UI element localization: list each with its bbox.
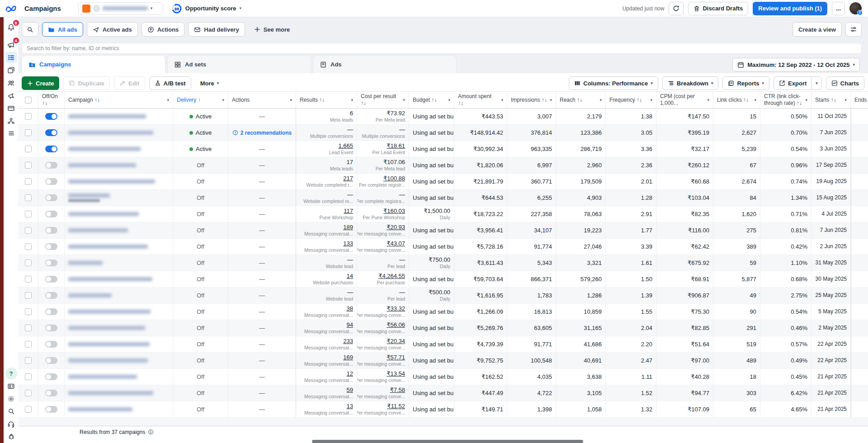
- row-checkbox[interactable]: [25, 178, 32, 185]
- support-headset-icon[interactable]: [5, 418, 17, 430]
- campaign-toggle[interactable]: [45, 390, 57, 396]
- filter-pill-active-ads[interactable]: Active ads: [87, 22, 138, 37]
- filter-pill-see-more[interactable]: See more: [249, 22, 296, 37]
- campaign-toggle[interactable]: [45, 194, 57, 201]
- table-row[interactable]: Off — 38Messaging conversat... ₹33.32Per…: [18, 304, 868, 320]
- campaign-name-blurred[interactable]: [68, 310, 151, 314]
- date-range-selector[interactable]: Maximum: 12 Sep 2022 - 12 Oct 2025 ▾: [732, 58, 860, 71]
- table-row[interactable]: Off — 169Messaging conversat... ₹57.71Pe…: [18, 353, 868, 369]
- discard-drafts-button[interactable]: Discard Drafts: [688, 2, 748, 15]
- row-checkbox[interactable]: [25, 308, 32, 315]
- campaign-name-blurred[interactable]: [68, 147, 141, 151]
- more-options-button[interactable]: ...: [832, 2, 845, 15]
- campaign-toggle[interactable]: [45, 373, 57, 380]
- sidebar-item-advertise[interactable]: [5, 90, 17, 101]
- search-input[interactable]: [27, 45, 857, 52]
- campaign-toggle[interactable]: [45, 227, 57, 234]
- row-checkbox[interactable]: [25, 325, 32, 331]
- column-header[interactable]: Campaign ↑↓▾: [65, 92, 173, 108]
- duplicate-button[interactable]: Duplicate: [63, 76, 110, 90]
- row-checkbox[interactable]: [25, 227, 32, 234]
- campaign-toggle[interactable]: [45, 211, 57, 217]
- create-button[interactable]: Create: [22, 76, 59, 90]
- tab-ad-sets[interactable]: Ad sets: [167, 55, 311, 73]
- campaign-toggle[interactable]: [45, 276, 57, 283]
- tab-campaigns[interactable]: Campaigns: [22, 55, 165, 73]
- filter-pill-actions[interactable]: Actions: [142, 22, 185, 37]
- account-selector[interactable]: ▾: [78, 2, 163, 15]
- campaign-toggle[interactable]: [45, 341, 57, 348]
- columns-button[interactable]: Columns: Performance▾: [569, 76, 658, 90]
- column-header[interactable]: Reach ↑↓▾: [556, 92, 606, 108]
- row-checkbox[interactable]: [25, 129, 32, 136]
- column-header[interactable]: Delivery ↑▾: [173, 92, 228, 108]
- breakdown-button[interactable]: Breakdown▾: [662, 76, 719, 90]
- ab-test-button[interactable]: A/B test: [149, 76, 191, 90]
- column-header[interactable]: Amount spent↑↓▾: [454, 92, 507, 108]
- more-button[interactable]: More▾: [195, 76, 224, 90]
- campaign-toggle[interactable]: [45, 162, 57, 169]
- campaign-name-blurred[interactable]: [68, 391, 153, 395]
- help-icon[interactable]: ?: [5, 368, 17, 379]
- campaign-toggle[interactable]: [45, 243, 57, 250]
- campaign-name-blurred[interactable]: [68, 326, 145, 330]
- table-row[interactable]: Off — —Website lead —Per lead ₹500.00Dai…: [18, 287, 868, 304]
- table-row[interactable]: Off — 94Messaging conversat... ₹56.06Per…: [18, 320, 868, 336]
- table-row[interactable]: Off — 59Messaging conversat... ₹7.58Per …: [18, 385, 868, 401]
- campaign-name-blurred[interactable]: [68, 131, 153, 135]
- ads-manager-megaphone-icon[interactable]: 4: [5, 39, 17, 51]
- filter-pill-all-ads[interactable]: All ads: [42, 22, 83, 37]
- campaign-toggle[interactable]: [45, 325, 57, 331]
- campaign-toggle[interactable]: [45, 357, 57, 364]
- meta-logo-icon[interactable]: [5, 5, 17, 13]
- campaign-name-blurred[interactable]: [68, 342, 150, 346]
- campaign-name-blurred[interactable]: [68, 293, 112, 297]
- row-checkbox[interactable]: [25, 162, 32, 169]
- table-row[interactable]: Off — 17Meta leads ₹107.06Per Meta lead …: [18, 157, 868, 174]
- select-all-checkbox[interactable]: [25, 97, 32, 104]
- column-header[interactable]: Link clicks ↑↓▾: [713, 92, 760, 108]
- search-icon[interactable]: [5, 405, 17, 417]
- refresh-button[interactable]: [669, 2, 684, 15]
- export-options-button[interactable]: ▾: [812, 76, 822, 90]
- row-checkbox[interactable]: [25, 406, 32, 413]
- sidebar-item-ads-reporting[interactable]: [5, 64, 17, 76]
- campaign-name-blurred[interactable]: [68, 261, 103, 265]
- column-header[interactable]: Actions▾: [228, 92, 296, 108]
- table-row[interactable]: Off — 233Messaging conversat... ₹20.34Pe…: [18, 336, 868, 353]
- campaign-name-blurred[interactable]: [68, 375, 137, 379]
- table-row[interactable]: Off — 217Website completed r... ₹100.88P…: [18, 174, 868, 190]
- column-header[interactable]: CPM (cost per1,000...▾: [656, 92, 713, 108]
- table-search-bar[interactable]: [22, 43, 862, 54]
- row-checkbox[interactable]: [25, 113, 32, 120]
- settings-gear-icon[interactable]: [5, 393, 17, 405]
- table-row[interactable]: Off — 117Pune Workshop ₹160.03Per Pune W…: [18, 206, 868, 222]
- table-row[interactable]: Active — 1,665Lead Event ₹18.61Per Lead …: [18, 141, 868, 157]
- sidebar-item-billing[interactable]: [5, 102, 17, 114]
- review-publish-button[interactable]: Review and publish (1): [753, 2, 827, 15]
- row-checkbox[interactable]: [25, 211, 32, 217]
- row-checkbox[interactable]: [25, 373, 32, 380]
- campaign-toggle[interactable]: [45, 292, 57, 299]
- sidebar-item-audiences[interactable]: [5, 77, 17, 89]
- export-button[interactable]: Export: [774, 76, 812, 90]
- opportunity-score[interactable]: 88 Opportunity score ▾: [171, 3, 241, 14]
- row-checkbox[interactable]: [25, 243, 32, 250]
- campaign-toggle[interactable]: [45, 113, 57, 120]
- table-row[interactable]: Active 2 recommendations —Multiple conve…: [18, 125, 868, 141]
- column-header[interactable]: Starts ↑↓▾: [811, 92, 851, 108]
- column-header[interactable]: Budget ↑↓▾: [409, 92, 454, 108]
- table-row[interactable]: Off — 133Messaging conversat... ₹43.07Pe…: [18, 239, 868, 255]
- horizontal-scrollbar[interactable]: [312, 440, 583, 443]
- view-settings-button[interactable]: [845, 22, 862, 37]
- recommendations-link[interactable]: 2 recommendations: [232, 130, 292, 136]
- all-tools-menu-icon[interactable]: [5, 127, 17, 139]
- campaign-name-blurred[interactable]: [68, 407, 132, 411]
- campaign-name-blurred[interactable]: [68, 114, 146, 118]
- row-checkbox[interactable]: [25, 146, 32, 152]
- tab-ads[interactable]: Ads: [313, 55, 457, 73]
- account-overview-icon[interactable]: [5, 380, 17, 392]
- table-row[interactable]: Off — 189Messaging conversat... ₹20.93Pe…: [18, 222, 868, 239]
- campaign-name-blurred[interactable]: [68, 358, 148, 363]
- column-header[interactable]: Off/On↑↓: [38, 92, 65, 108]
